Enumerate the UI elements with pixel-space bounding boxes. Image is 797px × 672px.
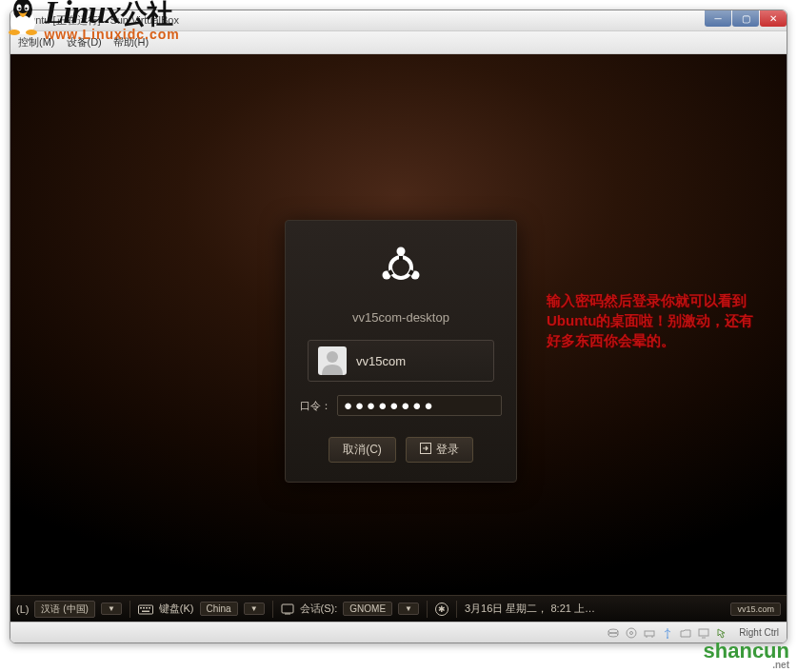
svg-point-27: [627, 628, 636, 638]
svg-point-16: [327, 351, 338, 363]
menubar: 控制(M) 设备(D) 帮助(H): [10, 31, 787, 54]
svg-rect-20: [143, 607, 145, 609]
window-title: Ubuntu [正在运行] - Sun VirtualBox: [16, 13, 781, 28]
accessibility-icon[interactable]: ✱: [435, 603, 448, 616]
svg-rect-23: [142, 610, 149, 612]
keyboard-selector[interactable]: 键盘(K): [159, 602, 194, 616]
svg-point-30: [667, 637, 668, 639]
svg-rect-22: [149, 607, 150, 609]
menu-help[interactable]: 帮助(H): [113, 35, 149, 49]
titlebar[interactable]: Ubuntu [正在运行] - Sun VirtualBox ─ ▢ ✕: [10, 10, 787, 31]
separator: [427, 601, 428, 618]
cancel-button[interactable]: 取消(C): [329, 437, 396, 463]
password-input[interactable]: ●●●●●●●●: [337, 395, 502, 416]
svg-rect-19: [140, 607, 142, 609]
svg-rect-21: [146, 607, 148, 609]
svg-rect-24: [282, 604, 293, 613]
login-button[interactable]: 登录: [406, 437, 473, 463]
svg-point-10: [397, 247, 406, 256]
clock-text: 3月16日 星期二， 8:21 上…: [465, 602, 595, 616]
mouse-integration-icon[interactable]: [715, 626, 727, 639]
shared-folder-icon[interactable]: [679, 626, 691, 639]
svg-rect-29: [645, 631, 654, 636]
svg-rect-13: [399, 256, 403, 261]
language-dropdown[interactable]: 汉语 (中国): [34, 601, 94, 618]
chevron-down-icon: ▼: [250, 604, 258, 613]
keyboard-dropdown[interactable]: China: [200, 602, 238, 616]
vrdp-icon[interactable]: [697, 626, 709, 639]
svg-rect-18: [138, 605, 152, 614]
login-panel: vv15com-desktop vv15com 口令： ●●●●●●●● 取消(…: [285, 220, 517, 483]
annotation-text: 输入密码然后登录你就可以看到Ubuntu的桌面啦！别激动，还有好多东西你会晕的。: [547, 290, 756, 350]
login-button-label: 登录: [436, 442, 459, 458]
session-selector[interactable]: 会话(S):: [300, 602, 338, 616]
host-key-label: Right Ctrl: [739, 627, 779, 638]
gdm-bottom-panel: (L) 汉语 (中国) ▼ 键盘(K) China ▼ 会话(S):: [10, 595, 787, 622]
keyboard-icon: [138, 603, 153, 615]
login-arrow-icon: [420, 443, 431, 457]
separator: [130, 601, 130, 618]
menu-control[interactable]: 控制(M): [18, 35, 55, 49]
cd-icon[interactable]: [625, 626, 637, 639]
svg-point-26: [608, 633, 618, 637]
keyboard-dropdown-arrow[interactable]: ▼: [244, 603, 265, 615]
virtualbox-window: Ubuntu [正在运行] - Sun VirtualBox ─ ▢ ✕ 控制(…: [10, 10, 787, 643]
password-label: 口令：: [300, 399, 331, 413]
cancel-button-label: 取消(C): [343, 442, 382, 458]
guest-screen: vv15com-desktop vv15com 口令： ●●●●●●●● 取消(…: [10, 54, 787, 622]
chevron-down-icon: ▼: [108, 604, 115, 613]
usb-icon[interactable]: [661, 626, 673, 639]
hdd-icon[interactable]: [607, 626, 619, 639]
session-dropdown-arrow[interactable]: ▼: [398, 603, 419, 615]
ubuntu-logo-icon: [377, 244, 425, 291]
password-row: 口令： ●●●●●●●●: [300, 395, 502, 416]
separator: [272, 601, 273, 618]
hostname-label: vv15com-desktop: [352, 310, 449, 325]
maximize-button[interactable]: ▢: [732, 10, 759, 27]
session-dropdown[interactable]: GNOME: [343, 602, 392, 616]
brand-badge: vv15.com: [730, 603, 781, 616]
language-selector[interactable]: (L): [16, 603, 29, 615]
username-label: vv15com: [356, 354, 406, 368]
network-icon[interactable]: [643, 626, 655, 639]
separator: [456, 601, 457, 618]
user-avatar-icon: [318, 346, 347, 375]
virtualbox-statusbar: Right Ctrl: [10, 622, 787, 642]
chevron-down-icon: ▼: [405, 604, 412, 613]
close-button[interactable]: ✕: [760, 10, 787, 27]
minimize-button[interactable]: ─: [705, 10, 731, 27]
lang-hint: (L): [16, 603, 29, 615]
svg-rect-31: [699, 629, 708, 636]
svg-point-28: [629, 631, 632, 634]
session-icon: [281, 603, 294, 616]
menu-devices[interactable]: 设备(D): [67, 35, 102, 49]
user-select-row[interactable]: vv15com: [308, 340, 494, 382]
svg-point-25: [608, 629, 618, 633]
language-dropdown-arrow[interactable]: ▼: [101, 603, 122, 615]
